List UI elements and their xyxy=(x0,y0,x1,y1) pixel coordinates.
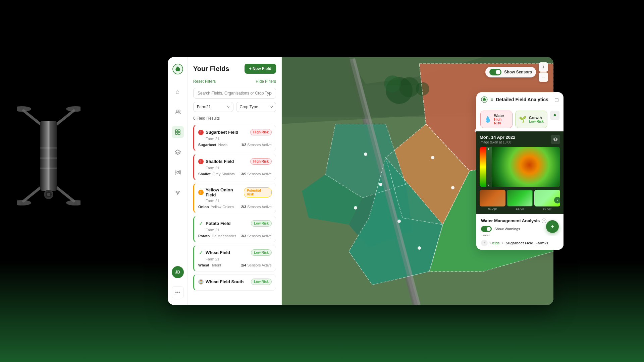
svg-point-5 xyxy=(66,106,80,112)
user-avatar[interactable]: JD xyxy=(172,266,184,278)
field-farm: Farm 21 xyxy=(206,199,272,203)
field-farm: Farm 21 xyxy=(206,228,272,232)
metric-extra-button[interactable] xyxy=(550,111,559,120)
svg-point-51 xyxy=(364,153,367,156)
layers-button[interactable] xyxy=(551,135,560,144)
field-card-wheat-south[interactable]: ⏳ Wheat Field South Low Risk xyxy=(193,274,276,291)
ndvi-main-image: 1 0 xyxy=(480,147,560,187)
sidebar-item-wifi[interactable] xyxy=(172,186,184,198)
svg-rect-14 xyxy=(40,168,57,169)
svg-point-53 xyxy=(354,206,357,209)
water-mgmt-title: Water Management Analysis xyxy=(481,218,540,223)
zoom-out-button[interactable]: − xyxy=(539,72,548,82)
analytics-close-button[interactable]: ▢ xyxy=(554,97,559,102)
svg-rect-22 xyxy=(175,130,177,132)
field-card-yellow-onion[interactable]: ! Yellow Onion Field Potential Risk Farm… xyxy=(193,183,276,213)
field-card-sugarbeet[interactable]: ! Sugarbeet Field High Risk Farm 21 Suga… xyxy=(193,125,276,151)
thumbnail-14apr[interactable]: 14 Apr xyxy=(507,190,533,210)
thumbnail-date-2: 14 Apr xyxy=(507,207,533,210)
field-card-wheat[interactable]: ✓ Wheat Field Low Risk Farm 21 Wheat Tal… xyxy=(193,245,276,272)
thumbnail-01apr[interactable]: 01 Apr xyxy=(480,190,505,210)
svg-rect-24 xyxy=(175,132,177,134)
show-sensors-label: Show Sensors xyxy=(504,70,532,74)
thumbnail-image-1 xyxy=(480,190,505,206)
risk-badge: High Risk xyxy=(250,129,272,135)
growth-label: Growth xyxy=(529,116,544,120)
fab-button[interactable]: + xyxy=(546,220,559,233)
show-sensors-toggle[interactable]: Show Sensors xyxy=(485,67,536,77)
svg-point-49 xyxy=(431,156,434,159)
warnings-toggle[interactable] xyxy=(481,226,492,232)
svg-point-20 xyxy=(176,110,178,112)
field-farm: Farm 21 xyxy=(206,137,272,141)
risk-indicator-high: ! xyxy=(198,159,204,164)
sidebar-item-fields[interactable] xyxy=(172,126,184,138)
analytics-header: ≡ Detailed Field Analytics ▢ xyxy=(476,92,564,107)
field-card-shallots[interactable]: ! Shallots Field High Risk Farm 21 Shall… xyxy=(193,154,276,180)
svg-point-16 xyxy=(74,106,77,110)
water-icon: 💧 xyxy=(484,116,491,123)
results-count: 6 Field Results xyxy=(193,116,276,121)
info-icon[interactable]: ? xyxy=(542,219,546,223)
field-card-potato[interactable]: ✓ Potato Field Low Risk Farm 21 Potato D… xyxy=(193,216,276,242)
ndvi-min-label: 0 xyxy=(488,183,490,186)
thumbnail-next-button[interactable]: › xyxy=(554,197,560,203)
sidebar: ⌂ xyxy=(168,57,188,305)
satellite-date: Mon, 14 Apr 2022 xyxy=(480,135,515,140)
sidebar-more-button[interactable]: ••• xyxy=(172,286,184,298)
risk-indicator-low: ✓ xyxy=(198,250,204,255)
sidebar-item-layers[interactable] xyxy=(172,146,184,158)
svg-point-54 xyxy=(397,220,401,223)
analytics-logo xyxy=(481,96,488,103)
crop-variety: Talent xyxy=(211,263,221,267)
growth-risk: Low Risk xyxy=(529,120,544,123)
crop-type: Onion xyxy=(198,205,209,209)
crop-type-filter-select[interactable]: Crop Type xyxy=(236,102,276,112)
water-metric-card[interactable]: 💧 Water High Risk xyxy=(480,111,513,128)
sidebar-item-home[interactable]: ⌂ xyxy=(172,86,184,98)
analytics-menu-icon: ≡ xyxy=(490,97,493,102)
svg-point-27 xyxy=(177,194,178,195)
risk-indicator-low: ✓ xyxy=(198,221,204,226)
search-input[interactable] xyxy=(193,88,276,99)
breadcrumb: ‹ Fields > Sugarbeet Field, Farm21 xyxy=(476,236,564,250)
breadcrumb-back-button[interactable]: ‹ xyxy=(481,240,488,246)
sidebar-item-sensors[interactable] xyxy=(172,166,184,178)
thumbnail-image-2 xyxy=(507,190,533,206)
sensors-count: 3/3 xyxy=(241,234,246,238)
svg-point-21 xyxy=(178,110,180,112)
analytics-metrics: 💧 Water High Risk 🌱 Growth Low Risk xyxy=(476,107,564,131)
new-field-button[interactable]: + New Field xyxy=(245,64,276,74)
field-farm: Farm 21 xyxy=(206,166,272,170)
crop-type: Sugarbeet xyxy=(198,143,216,147)
svg-point-4 xyxy=(17,106,31,112)
field-farm: Farm 21 xyxy=(206,257,272,261)
sensors-label: Sensors Active xyxy=(247,143,272,147)
thumbnail-19apr[interactable]: 19 Apr › xyxy=(534,190,560,210)
svg-point-7 xyxy=(66,200,80,205)
sensors-count: 3/5 xyxy=(241,172,246,176)
analytics-title: Detailed Field Analytics xyxy=(496,97,552,102)
svg-point-18 xyxy=(74,202,77,205)
sidebar-item-users[interactable] xyxy=(172,106,184,118)
risk-badge: Low Risk xyxy=(251,220,272,227)
hide-filters-link[interactable]: Hide Filters xyxy=(256,79,276,84)
field-name: Potato Field xyxy=(206,221,230,226)
farm-filter-select[interactable]: Farm21 xyxy=(193,102,233,112)
crop-variety: Yellow Onions xyxy=(211,205,234,209)
svg-rect-23 xyxy=(178,130,180,132)
leaf-icon xyxy=(552,113,557,118)
breadcrumb-current-page: Sugarbeet Field, Farm21 xyxy=(506,241,549,245)
sensors-label: Sensors Active xyxy=(247,205,272,209)
satellite-section: Mon, 14 Apr 2022 Image taken at 13:00 1 … xyxy=(476,131,564,214)
risk-badge: Low Risk xyxy=(251,279,272,285)
sensors-toggle-switch[interactable] xyxy=(489,69,501,75)
risk-badge: Low Risk xyxy=(251,249,272,256)
breadcrumb-fields-link[interactable]: Fields xyxy=(490,241,499,245)
map-controls: Show Sensors + − xyxy=(485,62,548,82)
growth-metric-card[interactable]: 🌱 Growth Low Risk xyxy=(515,111,547,128)
field-name: Yellow Onion Field xyxy=(206,187,244,197)
svg-point-55 xyxy=(418,246,421,250)
reset-filters-link[interactable]: Reset Filters xyxy=(193,79,216,84)
zoom-in-button[interactable]: + xyxy=(539,62,548,72)
